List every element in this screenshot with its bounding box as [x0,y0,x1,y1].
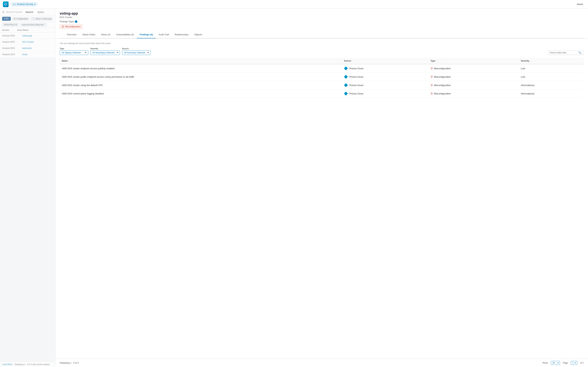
table-row: AWS EKS control plane logging disabled P… [60,89,584,98]
filter-bar: FIND ⚙ Configuration 🕐 Since 1 week ago [0,16,55,22]
type-filter-group: Type All Type(s) Selected [60,48,88,55]
tab-objects[interactable]: Objects [191,31,205,38]
finding-source-cell: Prisma Cloud [342,89,428,98]
find-button[interactable]: FIND [2,17,11,21]
search-box-container: 🔍 › [548,50,584,55]
app-container: ◇◇ Runtime Security ▾ Home ☰ INVESTIGATE… [0,0,588,367]
home-nav-btn[interactable]: Home [575,2,585,6]
config-filter-tag[interactable]: ⚙ Configuration [12,17,29,21]
search-icon: 🔍 [578,51,581,54]
misconfiguration-icon: ☰ [431,67,433,70]
table-row: AWS EKS cluster using the default VPC Pr… [60,81,584,89]
tabs-bar: Overview Attack Paths Alerts (4) Vulnera… [60,31,584,38]
testcluster-link[interactable]: testcluster [22,47,32,50]
severity-filter-select[interactable]: All Severity(s) Selected [90,50,120,55]
of-label: of 1 [580,362,584,364]
source-filter-select[interactable]: All Source(s) Selected [122,50,151,55]
table-row: AWS EKS cluster public endpoint access o… [60,73,584,81]
search-nav-btn[interactable]: Search [24,10,35,14]
findings-table: Name ↕ ⋮⋮ Source ↕ ⋮⋮ Type ↕ [60,58,584,98]
finding-source-cell: Prisma Cloud [342,64,428,73]
prisma-cloud-icon [344,75,348,79]
tab-audit-trail[interactable]: Audit Trail [156,31,172,38]
list-item: Amazon EKS testcluster [0,45,55,51]
findings-table-body: AWS EKS cluster endpoint access publicly… [60,64,584,98]
rule-filter-bar: JSON RULE IS resourcesVpcConfig.end... [0,22,55,27]
prisma-cloud-icon [344,67,348,70]
search-table-input[interactable] [550,51,578,54]
severity-sort-icon[interactable]: ↓ [530,60,531,62]
config-icon: ⚙ [14,18,16,20]
prisma-cloud-icon [344,83,348,87]
asset-sort-icon[interactable]: ↕ [29,29,30,31]
voting-app-link[interactable]: voting-app [22,34,32,37]
asset-note: You are viewing the most recent data abo… [60,42,584,45]
asset-name-col-header: Asset Name ↕ ⋮⋮ [17,29,34,31]
json-rule-tag[interactable]: JSON RULE IS [2,23,19,26]
name-drag-handle: ⋮⋮ [70,60,74,62]
knote-link[interactable]: knote [22,53,27,56]
finding-severity-cell: Informational [519,89,584,98]
misconfiguration-icon: ☰ [431,84,433,87]
type-filter-label: Type [60,48,88,50]
severity-col-header: Severity ↓ [519,58,584,64]
displaying-text: Displaying 1 - 4 of 4 [60,362,79,364]
finding-type-cell: ☰ Misconfiguration [428,81,519,89]
runtime-security-badge[interactable]: ◇◇ Runtime Security ▾ [11,2,37,6]
type-col-header: Type ↕ ⋮⋮ [428,58,519,64]
results-list: Amazon EKS voting-app Amazon EKS EKS-Clu… [0,33,55,361]
menu-icon: ☰ [2,11,4,14]
severity-filter-group: Severity All Severity(s) Selected [90,48,120,55]
type-sort-icon[interactable]: ↕ [437,60,438,62]
service-col-header: Service ↕ ⋮⋮ [2,29,15,31]
detail-header: voting-app EKS Cluster Findings Types i … [55,8,588,39]
tab-findings[interactable]: Findings (4) [137,31,156,38]
page-select[interactable]: 1 [571,361,577,365]
finding-severity-cell: Low [519,64,584,73]
app-logo [3,1,9,7]
rows-per-page-select[interactable]: 25 50 100 [551,361,560,365]
chevron-down-icon: ▾ [34,3,35,6]
results-header: Service ↕ ⋮⋮ Asset Name ↕ ⋮⋮ [0,27,55,33]
drag-handle-2: ⋮⋮ [31,29,34,31]
type-drag-handle: ⋮⋮ [438,60,442,62]
severity-filter-label: Severity [90,48,120,50]
tab-relationships[interactable]: Relationships [172,31,191,38]
detail-subtitle: EKS Cluster [60,16,584,18]
misconfiguration-icon: ☰ [431,92,433,95]
clock-icon: 🕐 [33,18,35,20]
finding-name-cell: AWS EKS cluster public endpoint access o… [60,73,342,81]
eks-cluster-link[interactable]: EKS-Cluster [22,41,34,43]
resources-tag[interactable]: resourcesVpcConfig.end... [20,23,47,26]
tab-overview[interactable]: Overview [64,31,79,38]
tab-vulnerabilities[interactable]: Vulnerabilities (0) [113,31,137,38]
time-filter-tag[interactable]: 🕐 Since 1 week ago [31,17,53,21]
source-col-header: Source ↕ ⋮⋮ [342,58,428,64]
finding-type-cell: ☰ Misconfiguration [428,73,519,81]
prisma-cloud-icon [344,92,348,95]
pagination-bar: Displaying 1 - 4 of 4 Rows 25 50 100 Pag… [55,359,588,367]
top-nav: ◇◇ Runtime Security ▾ Home [0,0,588,8]
finding-severity-cell: Informational [519,81,584,89]
load-more-button[interactable]: Load More [2,363,12,366]
rows-label: Rows [543,362,548,364]
finding-source-cell: Prisma Cloud [342,73,428,81]
diamond-icon: ◇◇ [13,3,16,6]
tab-attack-paths[interactable]: Attack Paths [79,31,98,38]
page-label: Page [563,362,568,364]
finding-severity-cell: Low [519,73,584,81]
misconfiguration-icon: ☰ [431,75,433,78]
service-sort-icon[interactable]: ↕ [10,29,11,31]
displaying-count: Displaying 1 - 4 of 4 (All records loade… [15,363,50,365]
type-filter-select[interactable]: All Type(s) Selected [60,50,88,55]
pagination-right: Rows 25 50 100 Page 1 of 1 [543,361,584,365]
name-sort-icon[interactable]: ↕ [69,60,70,62]
tab-alerts[interactable]: Alerts (4) [98,31,113,38]
list-item: Amazon EKS knote [0,51,55,58]
source-sort-icon[interactable]: ↕ [352,60,353,62]
finding-name-cell: AWS EKS cluster endpoint access publicly… [60,64,342,73]
query-nav-btn[interactable]: Query [36,10,45,14]
table-header-row: Name ↕ ⋮⋮ Source ↕ ⋮⋮ Type ↕ [60,58,584,64]
source-drag-handle: ⋮⋮ [354,60,358,62]
chevron-right-icon: › [581,51,582,54]
